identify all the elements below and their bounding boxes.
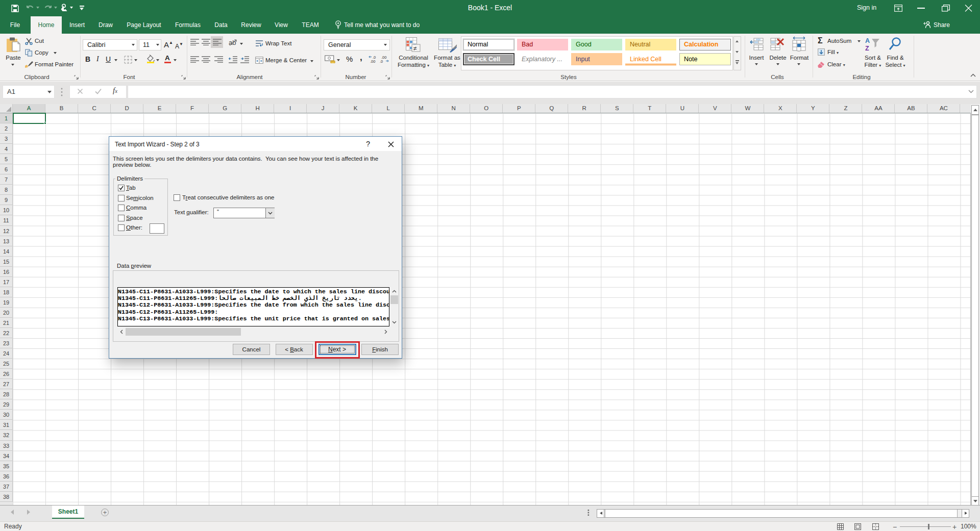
svg-text:A: A	[865, 37, 870, 44]
svg-text:.0: .0	[380, 59, 383, 63]
svg-text:≠: ≠	[413, 45, 417, 52]
svg-text:.00: .00	[370, 59, 375, 63]
svg-text:Z: Z	[865, 45, 869, 52]
